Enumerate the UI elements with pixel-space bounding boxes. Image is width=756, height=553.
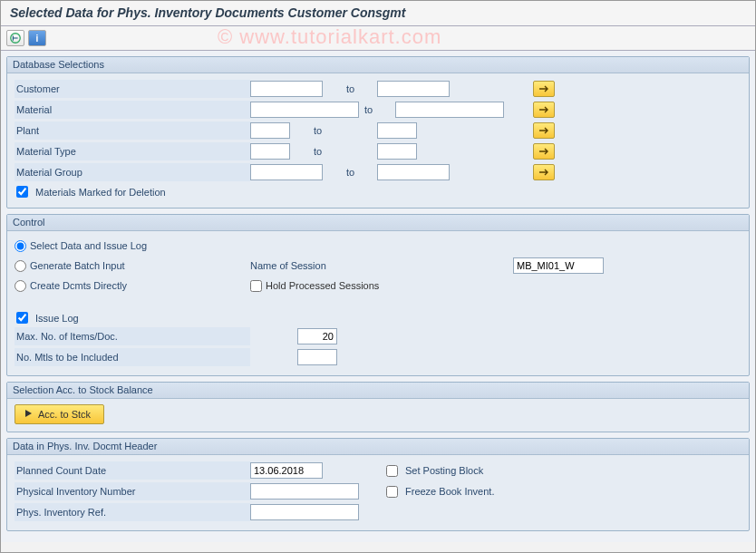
checkbox-hold-sessions[interactable] (250, 280, 262, 292)
input-material-group-to[interactable] (377, 164, 450, 180)
label-to: to (290, 125, 377, 136)
group-title-stock: Selection Acc. to Stock Balance (7, 383, 749, 399)
input-material-type-from[interactable] (250, 143, 290, 160)
toolbar: i (1, 26, 755, 51)
label-material-type: Material Type (15, 142, 250, 160)
input-planned-date[interactable] (250, 462, 323, 479)
multiselect-material-group-icon[interactable] (533, 164, 555, 180)
play-icon (24, 409, 33, 420)
label-issue-log: Issue Log (35, 313, 79, 324)
checkbox-freeze-book[interactable] (386, 486, 398, 498)
radio-select-data-issue-log[interactable] (15, 240, 26, 252)
checkbox-issue-log[interactable] (16, 312, 28, 324)
input-phys-inv-no[interactable] (250, 483, 359, 500)
label-material-group: Material Group (15, 163, 250, 181)
button-acc-to-stock-label: Acc. to Stck (38, 409, 91, 420)
group-title-control: Control (7, 215, 749, 231)
multiselect-plant-icon[interactable] (533, 122, 555, 139)
label-set-posting-block: Set Posting Block (405, 465, 483, 476)
radio-generate-batch-input[interactable] (15, 260, 26, 272)
input-phys-inv-ref[interactable] (250, 504, 359, 520)
group-database-selections: Database Selections Customer to Material… (6, 56, 750, 209)
label-session-name: Name of Session (250, 260, 413, 271)
input-no-mtls[interactable] (297, 349, 337, 365)
group-title-header: Data in Phys. Inv. Docmt Header (7, 439, 749, 455)
checkbox-materials-deletion[interactable] (16, 186, 28, 198)
label-hold-sessions: Hold Processed Sessions (266, 280, 379, 291)
radio-create-docs-directly[interactable] (15, 280, 26, 292)
input-material-group-from[interactable] (250, 164, 323, 180)
input-material-type-to[interactable] (377, 143, 417, 160)
group-control: Control Select Data and Issue Log Genera… (6, 214, 750, 376)
page-title: Selected Data for Phys. Inventory Docume… (1, 1, 755, 26)
info-button[interactable]: i (28, 30, 46, 46)
label-to: to (323, 167, 377, 178)
input-max-items[interactable] (297, 328, 337, 344)
row-material: Material to (15, 100, 741, 120)
group-header-data: Data in Phys. Inv. Docmt Header Planned … (6, 438, 750, 531)
input-session-name[interactable] (513, 257, 604, 274)
label-plant: Plant (15, 121, 250, 140)
label-freeze-book: Freeze Book Invent. (405, 486, 494, 497)
input-material-from[interactable] (250, 102, 359, 118)
input-customer-from[interactable] (250, 81, 323, 97)
label-phys-inv-no: Physical Inventory Number (15, 482, 250, 500)
label-materials-deletion: Materials Marked for Deletion (35, 187, 166, 198)
multiselect-material-icon[interactable] (533, 102, 555, 118)
label-radio-select-log: Select Data and Issue Log (30, 240, 147, 251)
input-customer-to[interactable] (377, 81, 450, 97)
multiselect-material-type-icon[interactable] (533, 143, 555, 160)
row-customer: Customer to (15, 79, 741, 99)
label-customer: Customer (15, 80, 250, 98)
row-plant: Plant to (15, 121, 741, 141)
label-max-items: Max. No. of Items/Doc. (15, 327, 250, 345)
label-radio-batch-input: Generate Batch Input (30, 260, 125, 271)
input-material-to[interactable] (395, 102, 504, 118)
input-plant-from[interactable] (250, 122, 290, 139)
label-radio-direct: Create Dcmts Directly (30, 280, 127, 291)
label-to: to (323, 83, 377, 94)
execute-button[interactable] (6, 30, 24, 46)
row-deletion-flag: Materials Marked for Deletion (15, 183, 741, 200)
label-phys-inv-ref: Phys. Inventory Ref. (15, 503, 250, 521)
checkbox-set-posting-block[interactable] (386, 465, 398, 477)
label-planned-date: Planned Count Date (15, 461, 250, 480)
input-plant-to[interactable] (377, 122, 417, 139)
label-to: to (290, 146, 377, 157)
label-no-mtls: No. Mtls to be Included (15, 348, 250, 366)
row-material-group: Material Group to (15, 162, 741, 182)
button-acc-to-stock[interactable]: Acc. to Stck (15, 404, 104, 424)
multiselect-customer-icon[interactable] (533, 81, 555, 97)
group-stock-balance: Selection Acc. to Stock Balance Acc. to … (6, 382, 750, 432)
label-to: to (359, 104, 395, 115)
group-title-db: Database Selections (7, 57, 749, 73)
row-material-type: Material Type to (15, 141, 741, 161)
label-material: Material (15, 101, 250, 119)
